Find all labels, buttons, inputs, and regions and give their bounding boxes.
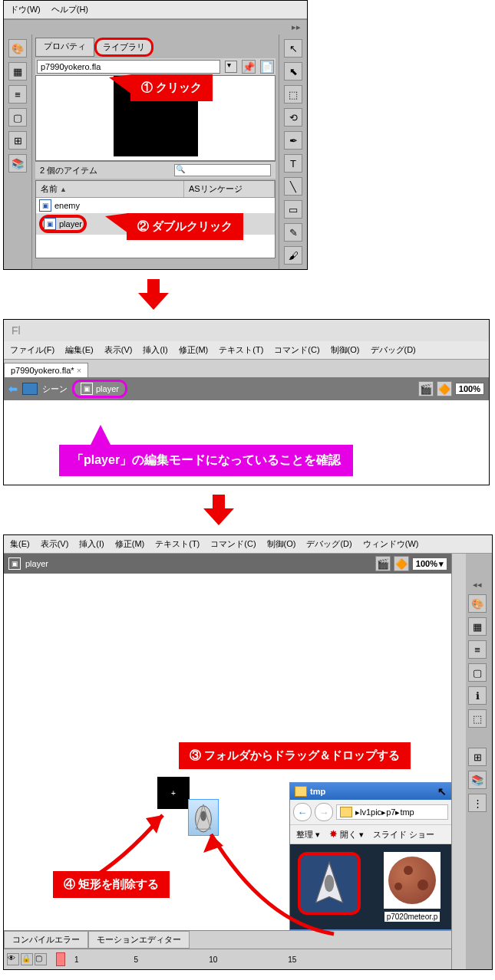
num-4: ④ xyxy=(64,877,75,890)
scene-nav-icon[interactable]: 🎬 xyxy=(418,381,434,396)
table-row[interactable]: ▣ enemy xyxy=(36,198,275,213)
new-icon[interactable]: 📄 xyxy=(260,60,274,74)
thumb-meteor[interactable]: p7020meteor.p xyxy=(384,852,441,922)
pin-icon[interactable]: 📌 xyxy=(242,60,256,74)
menu-debug[interactable]: デバッグ(D) xyxy=(306,538,351,550)
box-icon[interactable]: ▢ xyxy=(8,108,27,127)
breadcrumb-symbol[interactable]: player xyxy=(25,559,48,568)
library-icon[interactable]: 📚 xyxy=(468,771,487,789)
align-icon[interactable]: ≡ xyxy=(468,640,487,659)
text-tool-icon[interactable]: T xyxy=(284,154,302,173)
menu-control[interactable]: 制御(O) xyxy=(267,538,296,550)
component-icon[interactable]: ⊞ xyxy=(8,131,27,150)
info-icon[interactable]: ℹ xyxy=(468,686,487,705)
scene-nav-icon[interactable]: 🎬 xyxy=(375,556,391,571)
lock-icon[interactable]: 🔒 xyxy=(21,953,33,965)
black-rect[interactable]: + xyxy=(157,777,190,809)
pencil-icon[interactable]: ✎ xyxy=(284,223,302,242)
pen-icon[interactable]: ✒ xyxy=(284,131,302,150)
slideshow-menu[interactable]: スライド ショー xyxy=(373,829,434,840)
menu-help[interactable]: ヘルプ(H) xyxy=(51,4,88,15)
transform-icon[interactable]: ⬚ xyxy=(468,709,487,728)
scene-icon[interactable] xyxy=(22,383,38,395)
menu-edit[interactable]: 編集(E) xyxy=(65,344,94,356)
chevron-down-icon[interactable]: ▾ xyxy=(439,559,444,569)
rect-tool-icon[interactable]: ▭ xyxy=(284,200,302,219)
menubar-3: 集(E) 表示(V) 挿入(I) 修正(M) テキスト(T) コマンド(C) 制… xyxy=(4,535,492,554)
outline-icon[interactable]: ▢ xyxy=(35,953,47,965)
arrow-tool-icon[interactable]: ↖ xyxy=(284,39,302,58)
symbol-nav-icon[interactable]: 🔶 xyxy=(437,381,452,396)
subselect-icon[interactable]: ⬉ xyxy=(284,62,302,81)
tab-library[interactable]: ライブラリ xyxy=(94,38,153,57)
zoom-field[interactable]: 100% ▾ xyxy=(412,557,447,571)
lasso-icon[interactable]: ⟲ xyxy=(284,108,302,127)
component-icon[interactable]: ⊞ xyxy=(468,748,487,766)
close-icon[interactable]: × xyxy=(77,366,81,375)
box-icon[interactable]: ▢ xyxy=(468,663,487,682)
back-icon[interactable]: ⬅ xyxy=(8,383,18,395)
misc-icon[interactable]: ⋮ xyxy=(468,794,487,812)
num-2: ② xyxy=(137,219,149,232)
breadcrumb-scene[interactable]: シーン xyxy=(42,383,68,395)
item-enemy: enemy xyxy=(54,201,80,210)
menu-modify[interactable]: 修正(M) xyxy=(179,344,209,356)
explorer-title: tmp ↖ xyxy=(290,783,451,800)
side-panel-strip xyxy=(451,554,466,969)
sort-asc-icon[interactable]: ▲ xyxy=(60,186,67,193)
menu-text[interactable]: テキスト(T) xyxy=(155,538,200,550)
brush-icon[interactable]: 🖌 xyxy=(284,246,302,265)
menu-commands[interactable]: コマンド(C) xyxy=(210,538,256,550)
menu-insert[interactable]: 挿入(I) xyxy=(79,538,104,550)
grid-icon[interactable]: ▦ xyxy=(8,62,27,81)
folder-icon xyxy=(295,786,307,797)
menu-edit[interactable]: 集(E) xyxy=(10,538,30,550)
movieclip-icon: ▣ xyxy=(44,218,56,230)
frame-1[interactable] xyxy=(56,952,65,966)
eye-icon[interactable]: 👁 xyxy=(7,953,19,965)
grid-icon[interactable]: ▦ xyxy=(468,617,487,636)
palette-icon[interactable]: 🎨 xyxy=(468,594,487,613)
menu-view[interactable]: 表示(V) xyxy=(41,538,69,550)
right-toolbar-3: ◂◂ 🎨 ▦ ≡ ▢ ℹ ⬚ ⊞ 📚 ⋮ xyxy=(462,575,492,969)
folder-icon xyxy=(340,807,352,817)
timeline[interactable]: 👁 🔒 ▢ 1 5 10 15 xyxy=(4,949,452,969)
arrow-down-icon xyxy=(203,495,234,525)
menu-insert[interactable]: 挿入(I) xyxy=(143,344,167,356)
col-linkage[interactable]: ASリンケージ xyxy=(184,181,275,197)
breadcrumb-symbol[interactable]: player xyxy=(96,384,119,393)
menu-modify[interactable]: 修正(M) xyxy=(115,538,145,550)
menu-control[interactable]: 制御(O) xyxy=(331,344,360,356)
player-row-circled: ▣ player xyxy=(39,215,87,233)
movieclip-icon: ▣ xyxy=(8,557,21,570)
palette-icon[interactable]: 🎨 xyxy=(8,39,27,58)
freetransform-icon[interactable]: ⬚ xyxy=(284,85,302,104)
num-1: ① xyxy=(141,81,153,94)
document-tab[interactable]: p7990yokero.fla* × xyxy=(4,363,88,377)
thumb-label: p7020meteor.p xyxy=(384,912,441,922)
dropdown-arrow-icon[interactable] xyxy=(225,61,237,73)
menu-view[interactable]: 表示(V) xyxy=(104,344,133,356)
symbol-nav-icon[interactable]: 🔶 xyxy=(394,556,409,571)
menu-commands[interactable]: コマンド(C) xyxy=(274,344,319,356)
stage-2: 「player」の編集モードになっていることを確認 xyxy=(4,400,489,485)
address-bar[interactable]: ▸ lv1pic ▸ p7 ▸ tmp xyxy=(336,804,448,820)
menu-file[interactable]: ファイル(F) xyxy=(10,344,54,356)
library-search[interactable] xyxy=(174,164,271,176)
line-tool-icon[interactable]: ╲ xyxy=(284,177,302,196)
menu-window[interactable]: ウィンドウ(W) xyxy=(363,538,419,550)
file-combo[interactable]: p7990yokero.fla xyxy=(37,60,220,74)
callout-2: ② ダブルクリック xyxy=(127,213,243,240)
tab-compile-errors[interactable]: コンパイルエラー xyxy=(4,931,88,949)
stage-3[interactable]: + ③ フォルダからドラッグ＆ドロップする ④ 矩形を削除する xyxy=(4,574,452,930)
right-toolbar: ↖ ⬉ ⬚ ⟲ ✒ T ╲ ▭ ✎ 🖌 xyxy=(279,35,307,269)
menu-window[interactable]: ドウ(W) xyxy=(10,4,41,15)
tab-properties[interactable]: プロパティ xyxy=(35,38,94,57)
menu-text[interactable]: テキスト(T) xyxy=(219,344,263,356)
library-icon[interactable]: 📚 xyxy=(8,154,27,173)
align-icon[interactable]: ≡ xyxy=(8,85,27,104)
drag-arrow xyxy=(157,811,342,949)
menu-debug[interactable]: デバッグ(D) xyxy=(371,344,416,356)
zoom-field[interactable]: 100% xyxy=(455,383,484,395)
col-name[interactable]: 名前 xyxy=(41,184,58,193)
